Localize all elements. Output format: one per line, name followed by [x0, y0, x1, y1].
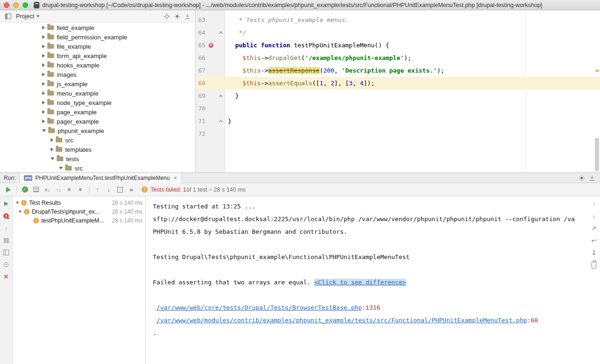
run-tab[interactable]: php PHPUnitExampleMenuTest.testPhpUnitEx…	[19, 173, 181, 183]
chevron-right-icon[interactable]	[51, 138, 53, 142]
project-item-page_example[interactable]: page_example	[0, 107, 195, 117]
test-case-row[interactable]: ! testPhpUnitExampleM... 28 s 140 ms	[13, 216, 145, 225]
project-item-field_permission_example[interactable]: field_permission_example	[0, 32, 195, 42]
pin-tab-icon[interactable]	[2, 261, 10, 268]
project-item-js_example[interactable]: js_example	[0, 79, 195, 89]
editor-line[interactable]: 71}	[196, 115, 600, 127]
project-item-templates[interactable]: templates	[0, 145, 195, 154]
restore-layout-icon[interactable]	[2, 249, 10, 256]
rerun-failed-tests-icon[interactable]: !	[2, 212, 10, 220]
editor-line[interactable]: 68 $this->assertEquals([1, 2], [3, 4]);	[196, 77, 600, 89]
project-panel-title[interactable]: Project	[16, 13, 34, 20]
editor-line[interactable]: 70	[196, 102, 600, 115]
chevron-right-icon[interactable]	[42, 110, 45, 114]
chevron-right-icon[interactable]	[51, 148, 53, 151]
file-link[interactable]: /var/www/web/modules/contrib/examples/ph…	[157, 317, 527, 324]
sort-alphabetically-icon[interactable]: ↑↓	[53, 185, 64, 195]
scroll-to-end-icon[interactable]: ↧	[590, 249, 598, 256]
zoom-window-button[interactable]	[22, 2, 28, 8]
chevron-right-icon[interactable]	[42, 63, 45, 67]
run-settings-gear-icon[interactable]	[577, 173, 587, 183]
stop-icon[interactable]	[2, 237, 10, 244]
chevron-down-icon[interactable]	[42, 129, 46, 132]
close-run-panel-icon[interactable]: ×	[2, 273, 10, 281]
chevron-down-icon[interactable]	[19, 210, 22, 213]
chevron-down-icon[interactable]	[59, 167, 63, 170]
editor-line[interactable]: 67 $this->assertResponse(200, 'Descripti…	[196, 64, 600, 77]
chevron-right-icon[interactable]	[42, 54, 45, 58]
project-item-menu_example[interactable]: menu_example	[0, 89, 195, 98]
line-number[interactable]: 68	[196, 77, 205, 89]
next-failed-test-icon[interactable]: ↓	[103, 185, 114, 195]
project-item-field_example[interactable]: field_example	[0, 23, 195, 32]
editor-line[interactable]: 66 $this->drupalGet('/examples/phpunit-e…	[196, 52, 600, 64]
rerun-test-icon[interactable]	[3, 185, 14, 195]
project-item-tests[interactable]: tests	[0, 154, 195, 163]
line-number[interactable]: 67	[196, 64, 205, 77]
project-item-hooks_example[interactable]: hooks_example	[0, 60, 195, 70]
editor-line[interactable]: 65 public function testPhpUnitExampleMen…	[196, 39, 600, 52]
line-number[interactable]: 72	[196, 127, 205, 140]
chevron-right-icon[interactable]	[42, 73, 45, 76]
project-item-file_example[interactable]: file_example	[0, 42, 195, 51]
previous-failed-test-icon[interactable]: ↑	[92, 185, 103, 195]
hide-panel-icon[interactable]	[182, 12, 193, 21]
fold-marker-icon[interactable]	[219, 31, 223, 35]
chevron-down-icon[interactable]	[51, 157, 54, 160]
scroll-up-icon[interactable]: ↑	[590, 200, 598, 208]
close-tab-icon[interactable]: ×	[173, 175, 177, 181]
chevron-right-icon[interactable]	[42, 82, 45, 86]
chevron-down-icon[interactable]	[16, 201, 19, 204]
line-number[interactable]: 69	[196, 89, 205, 102]
project-item-phpunit_example[interactable]: phpunit_example	[0, 126, 195, 135]
hide-run-panel-icon[interactable]	[587, 173, 597, 183]
project-item-src[interactable]: src	[0, 135, 195, 145]
chevron-right-icon[interactable]	[42, 119, 45, 123]
jump-to-source-icon[interactable]: ↗	[590, 224, 598, 232]
line-number[interactable]: 64	[196, 26, 205, 39]
collapse-all-icon[interactable]: »	[75, 185, 87, 195]
scroll-down-icon[interactable]: ↓	[590, 212, 598, 220]
file-link[interactable]: /var/www/web/core/tests/Drupal/Tests/Bro…	[157, 304, 362, 311]
minimize-window-button[interactable]	[13, 2, 19, 8]
test-console[interactable]: Testing started at 13:25 ...sftp://docke…	[146, 196, 588, 364]
close-window-button[interactable]	[4, 2, 9, 8]
line-number[interactable]: 70	[196, 102, 205, 115]
more-options-icon[interactable]: »	[126, 185, 137, 195]
sort-by-duration-icon[interactable]: ≡↓	[42, 185, 53, 195]
chevron-right-icon[interactable]	[42, 26, 45, 30]
test-failed-gutter-icon[interactable]	[209, 43, 213, 48]
editor-line[interactable]: 72	[196, 127, 600, 140]
test-suite-row[interactable]: ! Drupal\Tests\phpunit_ex... 28 s 140 ms	[13, 207, 145, 216]
clear-console-icon[interactable]	[590, 261, 598, 268]
chevron-down-icon[interactable]	[37, 15, 39, 17]
project-item-src[interactable]: src	[0, 163, 195, 172]
show-console-output-icon[interactable]	[30, 185, 42, 195]
chevron-right-icon[interactable]	[42, 45, 45, 48]
project-item-pager_example[interactable]: pager_example	[0, 117, 195, 126]
run-icon[interactable]	[2, 200, 10, 208]
line-number[interactable]: 63	[196, 14, 205, 26]
soft-wrap-icon[interactable]: ↩	[590, 237, 598, 244]
chevron-right-icon[interactable]	[42, 91, 45, 95]
warning-stripe-mark[interactable]	[595, 70, 599, 72]
editor-line[interactable]: 69 }	[196, 89, 600, 102]
editor-scrollbar[interactable]	[595, 138, 599, 171]
fold-marker-icon[interactable]	[219, 119, 223, 123]
code-editor[interactable]: 63 * Tests phpunit_example menus.64 */65…	[196, 10, 600, 172]
editor-line[interactable]: 64 */	[196, 26, 600, 39]
editor-line[interactable]: 63 * Tests phpunit_example menus.	[196, 14, 600, 26]
test-results-root-row[interactable]: ! Test Results 28 s 140 ms	[13, 198, 145, 207]
fold-marker-icon[interactable]	[219, 94, 223, 98]
locate-file-icon[interactable]	[162, 12, 172, 21]
settings-gear-icon[interactable]	[172, 12, 182, 21]
project-item-form_api_example[interactable]: form_api_example	[0, 51, 195, 60]
chevron-right-icon[interactable]	[42, 101, 45, 104]
line-number[interactable]: 71	[196, 115, 205, 127]
project-item-node_type_example[interactable]: node_type_example	[0, 98, 195, 107]
show-passed-icon[interactable]: ✓	[19, 185, 30, 195]
chevron-right-icon[interactable]	[42, 35, 45, 39]
test-history-icon[interactable]: ↓	[114, 185, 126, 195]
line-number[interactable]: 66	[196, 52, 205, 64]
toggle-auto-test-icon[interactable]: ↑	[2, 224, 10, 232]
